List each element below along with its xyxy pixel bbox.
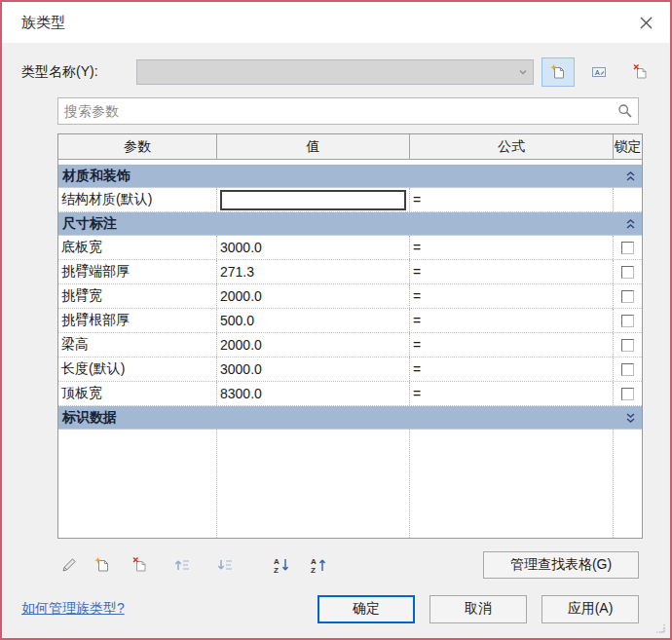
formula-cell[interactable]: =: [410, 309, 614, 332]
double-chevron-up-icon: [625, 218, 636, 230]
param-name-cell: 挑臂根部厚: [58, 309, 217, 332]
new-parameter-button[interactable]: [91, 553, 114, 577]
close-button[interactable]: [629, 8, 662, 37]
param-name-cell: 挑臂端部厚: [58, 260, 217, 283]
table-header: 参数 值 公式 锁定: [58, 134, 642, 160]
search-row: [57, 97, 639, 125]
header-value: 值: [217, 134, 410, 159]
type-name-select[interactable]: [136, 59, 534, 85]
section-header-row[interactable]: 尺寸标注: [58, 212, 642, 236]
value-cell[interactable]: 2000.0: [217, 284, 410, 308]
edit-parameter-button[interactable]: [57, 553, 81, 577]
formula-cell[interactable]: =: [410, 284, 614, 308]
formula-cell[interactable]: =: [410, 260, 614, 283]
value-cell[interactable]: 271.3: [217, 260, 410, 283]
value-cell[interactable]: 2000.0: [217, 333, 410, 357]
move-parameter-down-button[interactable]: [213, 553, 237, 577]
parameter-row: 长度(默认) 3000.0 =: [58, 358, 642, 382]
param-name-cell: 梁高: [58, 333, 217, 357]
apply-button[interactable]: 应用(A): [541, 595, 639, 623]
type-name-label: 类型名称(Y):: [21, 63, 136, 81]
value-edit-box[interactable]: [220, 190, 406, 210]
lock-cell: [614, 333, 642, 357]
parameter-toolbar: A Z A Z 管理查找表格(G): [57, 551, 639, 579]
formula-cell[interactable]: =: [410, 236, 614, 259]
double-chevron-down-icon: [625, 412, 636, 424]
close-icon: [640, 17, 653, 29]
param-name-cell: 长度(默认): [58, 358, 217, 381]
delete-parameter-button[interactable]: [128, 553, 151, 577]
new-type-button[interactable]: [541, 57, 575, 87]
param-name-cell: 结构材质(默认): [58, 188, 217, 211]
section-chevron[interactable]: [625, 218, 636, 230]
lock-cell: [614, 358, 642, 381]
parameter-table: 参数 值 公式 锁定 材质和装饰 结构材质(默认) = 尺寸标注: [57, 133, 643, 539]
delete-type-icon: [631, 63, 649, 81]
sort-ascending-button[interactable]: A Z: [270, 553, 293, 577]
lock-cell: [614, 284, 642, 308]
dialog-title: 族类型: [21, 14, 65, 32]
pencil-icon: [60, 556, 78, 574]
value-cell[interactable]: 3000.0: [217, 358, 410, 381]
section-chevron[interactable]: [625, 170, 636, 182]
sort-ascending-icon: A Z: [273, 556, 290, 574]
value-cell[interactable]: [217, 188, 410, 211]
param-name-cell: 挑臂宽: [58, 284, 217, 308]
delete-type-button[interactable]: [623, 57, 656, 87]
svg-text:Z: Z: [311, 566, 316, 575]
svg-text:Z: Z: [274, 566, 279, 575]
move-down-icon: [216, 556, 234, 574]
move-parameter-up-button[interactable]: [170, 553, 194, 577]
formula-cell[interactable]: =: [410, 382, 614, 405]
lock-cell: [614, 236, 642, 259]
new-type-icon: [549, 63, 567, 81]
parameter-row: 顶板宽 8300.0 =: [58, 382, 642, 406]
section-label: 标识数据: [62, 409, 117, 427]
lock-checkbox[interactable]: [621, 266, 634, 279]
lock-checkbox[interactable]: [621, 388, 634, 400]
lock-cell: [614, 188, 642, 211]
chevron-down-icon: [518, 67, 528, 77]
ok-button[interactable]: 确定: [317, 595, 415, 623]
lock-checkbox[interactable]: [621, 315, 634, 327]
parameter-row: 底板宽 3000.0 =: [58, 236, 642, 260]
lock-checkbox[interactable]: [621, 363, 634, 376]
header-parameter: 参数: [58, 134, 217, 159]
rename-type-button[interactable]: A: [582, 57, 616, 87]
titlebar: 族类型: [2, 2, 670, 43]
sort-descending-button[interactable]: A Z: [307, 553, 330, 577]
sort-descending-icon: A Z: [310, 556, 327, 574]
how-to-manage-family-types-link[interactable]: 如何管理族类型?: [21, 600, 125, 618]
formula-cell[interactable]: =: [410, 188, 614, 211]
family-types-dialog: 族类型 类型名称(Y): A: [0, 0, 672, 640]
lock-cell: [614, 260, 642, 283]
lock-checkbox[interactable]: [621, 339, 634, 352]
section-header-row[interactable]: 标识数据: [58, 406, 642, 430]
section-chevron[interactable]: [625, 412, 636, 424]
resize-grip[interactable]: [654, 622, 666, 634]
lock-checkbox[interactable]: [621, 290, 634, 303]
footer: 如何管理族类型? 确定 取消 应用(A): [21, 594, 639, 623]
formula-cell[interactable]: =: [410, 358, 614, 381]
value-cell[interactable]: 3000.0: [217, 236, 410, 259]
value-cell[interactable]: 8300.0: [217, 382, 410, 405]
formula-cell[interactable]: =: [410, 333, 614, 357]
type-name-row: 类型名称(Y): A: [21, 58, 656, 86]
lock-checkbox[interactable]: [621, 242, 634, 254]
parameter-row: 挑臂端部厚 271.3 =: [58, 260, 642, 284]
cancel-button[interactable]: 取消: [429, 595, 527, 623]
search-icon: [617, 103, 633, 119]
double-chevron-up-icon: [625, 170, 636, 182]
delete-parameter-icon: [131, 556, 148, 574]
section-header-row[interactable]: 材质和装饰: [58, 165, 642, 188]
lock-cell: [614, 382, 642, 405]
value-cell[interactable]: 500.0: [217, 309, 410, 332]
manage-lookup-tables-button[interactable]: 管理查找表格(G): [483, 551, 639, 579]
parameter-row: 挑臂宽 2000.0 =: [58, 284, 642, 309]
header-formula: 公式: [410, 134, 614, 159]
section-label: 尺寸标注: [62, 215, 117, 233]
parameter-row: 梁高 2000.0 =: [58, 333, 642, 358]
search-input[interactable]: [57, 97, 639, 125]
section-label: 材质和装饰: [62, 168, 131, 185]
rename-type-icon: A: [590, 63, 608, 81]
